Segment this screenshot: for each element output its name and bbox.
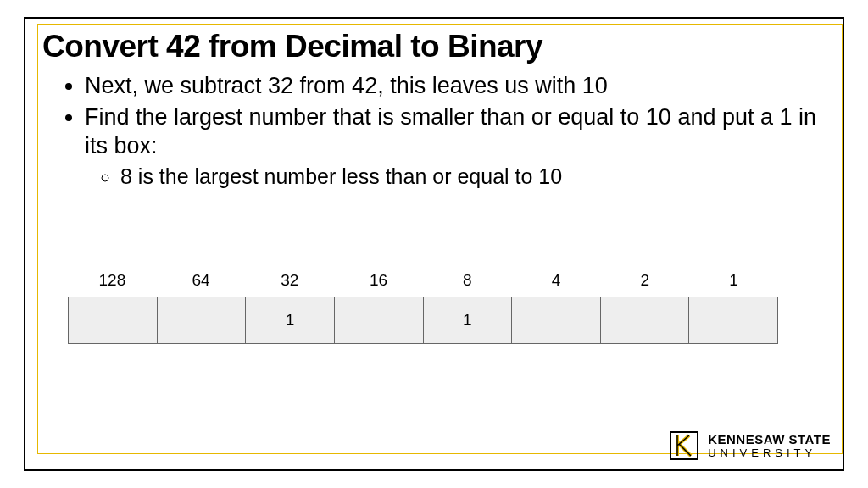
logo-line1: KENNESAW STATE bbox=[708, 433, 831, 446]
slide-content: Convert 42 from Decimal to Binary Next, … bbox=[42, 29, 827, 447]
table-value-row: 1 1 bbox=[68, 297, 778, 344]
bullet-text: Find the largest number that is smaller … bbox=[85, 104, 816, 159]
table-header-cell: 128 bbox=[68, 271, 157, 290]
bullet-list: Next, we subtract 32 from 42, this leave… bbox=[42, 71, 827, 190]
table-header-cell: 32 bbox=[246, 271, 335, 290]
university-logo: KENNESAW STATE UNIVERSITY bbox=[667, 429, 831, 463]
table-header-cell: 4 bbox=[512, 271, 601, 290]
table-header-cell: 16 bbox=[334, 271, 423, 290]
bullet-item: Next, we subtract 32 from 42, this leave… bbox=[85, 71, 827, 101]
table-value-cell bbox=[69, 297, 158, 343]
table-value-cell: 1 bbox=[424, 297, 513, 343]
logo-line2: UNIVERSITY bbox=[708, 447, 831, 458]
table-header-row: 128 64 32 16 8 4 2 1 bbox=[68, 271, 778, 290]
table-header-cell: 8 bbox=[423, 271, 512, 290]
table-header-cell: 2 bbox=[601, 271, 690, 290]
ksu-logo-icon bbox=[667, 429, 701, 463]
table-value-cell bbox=[601, 297, 690, 343]
table-value-cell bbox=[158, 297, 247, 343]
svg-rect-0 bbox=[670, 432, 698, 459]
table-header-cell: 1 bbox=[689, 271, 778, 290]
logo-text: KENNESAW STATE UNIVERSITY bbox=[708, 433, 831, 458]
binary-table: 128 64 32 16 8 4 2 1 1 1 bbox=[68, 271, 778, 344]
bullet-item: Find the largest number that is smaller … bbox=[85, 103, 827, 190]
slide-title: Convert 42 from Decimal to Binary bbox=[42, 29, 827, 64]
table-value-cell bbox=[689, 297, 777, 343]
sub-bullet-item: 8 is the largest number less than or equ… bbox=[120, 163, 827, 190]
sub-bullet-list: 8 is the largest number less than or equ… bbox=[85, 163, 827, 190]
table-value-cell bbox=[335, 297, 424, 343]
table-value-cell bbox=[512, 297, 601, 343]
table-value-cell: 1 bbox=[246, 297, 335, 343]
table-header-cell: 64 bbox=[157, 271, 246, 290]
